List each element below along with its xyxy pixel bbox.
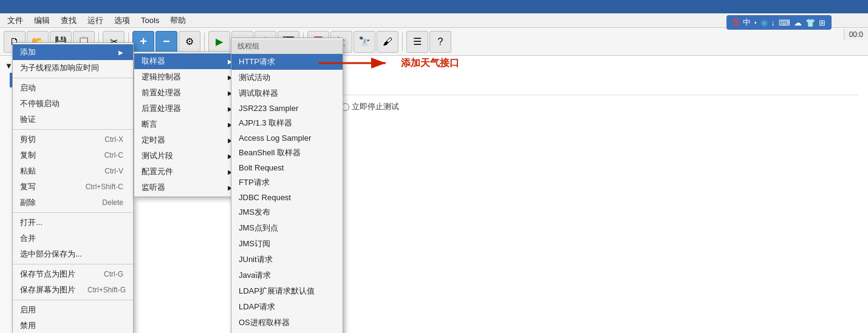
- ctx-duplicate-item[interactable]: 复写Ctrl+Shift-C: [13, 179, 133, 195]
- ctx-paste-item[interactable]: 粘贴Ctrl-V: [13, 163, 133, 179]
- ctx-logic-item[interactable]: 逻辑控制器▶: [134, 69, 242, 85]
- ctx-save-selected-item[interactable]: 选中部分保存为...: [13, 246, 133, 262]
- timer-display: 00:0: [844, 29, 868, 40]
- ctx-smtp-item[interactable]: SMTP取样器: [231, 331, 343, 333]
- ctx-merge-item[interactable]: 合并: [13, 230, 133, 246]
- ctx-open-item[interactable]: 打开...: [13, 215, 133, 230]
- ctx-copy-item[interactable]: 复制Ctrl-C: [13, 147, 133, 163]
- ctx-sep-2: [13, 129, 133, 130]
- titlebar: [0, 0, 868, 13]
- ctx-sep-3: [13, 212, 133, 213]
- ctx-jmspub-item[interactable]: JMS发布: [231, 204, 343, 220]
- ctx-sep-1: [13, 78, 133, 78]
- ctx-assertion-item[interactable]: 断言▶: [134, 116, 242, 132]
- brand-keyboard-icon[interactable]: ⌨: [779, 18, 790, 27]
- ctx-postproc-item[interactable]: 后置处理器▶: [134, 101, 242, 116]
- ctx-timer-item[interactable]: 定时器▶: [134, 132, 242, 148]
- brand-zhong-label: 中: [743, 17, 751, 28]
- brand-circle-icon[interactable]: ◉: [760, 18, 768, 27]
- brand-dot-icon[interactable]: •: [754, 19, 757, 26]
- ctx-listener-item[interactable]: 监听器▶: [134, 180, 242, 195]
- ctx-cut-item[interactable]: 剪切Ctrl-X: [13, 132, 133, 147]
- tb-play-button[interactable]: ▶: [208, 31, 230, 53]
- ctx-ldap-ext-item[interactable]: LDAP扩展请求默认值: [231, 283, 343, 299]
- ctx-delete-item[interactable]: 副除Delete: [13, 195, 133, 210]
- radio-stop-immediate[interactable]: 立即停止测试: [341, 101, 399, 112]
- ctx-os-item[interactable]: OS进程取样器: [231, 315, 343, 331]
- context-menu-sampler: 线程组 HTTP请求 测试活动 调试取样器 JSR223 Sampler AJP…: [231, 38, 343, 333]
- ctx-ftp-item[interactable]: FTP请求: [231, 175, 343, 190]
- tb-remove-button[interactable]: −: [155, 31, 177, 53]
- brand-cloud-icon[interactable]: ☁: [794, 18, 802, 27]
- menu-options[interactable]: 选项: [109, 14, 135, 27]
- ctx-add-response-item[interactable]: 为子线程添加响应时间: [13, 60, 133, 76]
- annotation-text: 添加天气接口: [401, 57, 459, 70]
- ctx-beanshell-item[interactable]: BeanShell 取样器: [231, 145, 343, 161]
- ctx-sep-5: [13, 300, 133, 300]
- ctx-jmssub-item[interactable]: JMS订阅: [231, 236, 343, 252]
- ctx-debug-sampler-item[interactable]: 调试取样器: [231, 86, 343, 101]
- toolbar-separator-3: [204, 33, 205, 51]
- ctx-start-item[interactable]: 启动: [13, 80, 133, 96]
- context-menu-add: 取样器▶ 逻辑控制器▶ 前置处理器▶ 后置处理器▶ 断言▶ 定时器▶ 测试片段▶…: [134, 52, 243, 197]
- toolbar-separator-5: [402, 33, 403, 51]
- ctx-jsr223-item[interactable]: JSR223 Sampler: [231, 101, 343, 115]
- ctx-test-activity-item[interactable]: 测试活动: [231, 70, 343, 86]
- ctx-sep-4: [13, 264, 133, 264]
- ctx-testfrag-item[interactable]: 测试片段▶: [134, 148, 242, 164]
- ctx-jdbc-item[interactable]: JDBC Request: [231, 190, 343, 204]
- menu-run[interactable]: 运行: [83, 14, 108, 27]
- ctx-disable-item[interactable]: 禁用: [13, 318, 133, 333]
- red-arrow-icon: [316, 56, 395, 70]
- tb-help-button[interactable]: ?: [429, 31, 451, 53]
- ctx-config-item[interactable]: 配置元件▶: [134, 164, 242, 180]
- ctx-enable-item[interactable]: 启用: [13, 302, 133, 318]
- menu-tools[interactable]: Tools: [136, 15, 164, 26]
- annotation-area: 添加天气接口: [316, 56, 459, 70]
- ctx-validate-item[interactable]: 验证: [13, 112, 133, 127]
- brand-grid-icon[interactable]: ⊞: [819, 18, 825, 27]
- tb-binoculars-button[interactable]: 🔭: [354, 31, 375, 53]
- ctx-junit-item[interactable]: JUnit请求: [231, 252, 343, 267]
- ctx-start-nopause-item[interactable]: 不停顿启动: [13, 96, 133, 112]
- tb-add-button[interactable]: +: [132, 31, 154, 53]
- tree-expand-icon: ▼: [5, 61, 13, 70]
- tb-settings-button[interactable]: ⚙: [179, 31, 200, 53]
- ctx-sampler-item[interactable]: 取样器▶: [134, 53, 242, 69]
- menu-find[interactable]: 查找: [56, 14, 81, 27]
- brand-shirt-icon[interactable]: 👕: [805, 18, 815, 27]
- ctx-save-node-item[interactable]: 保存节点为图片Ctrl-G: [13, 266, 133, 282]
- tb-brush-button[interactable]: 🖌: [377, 31, 398, 53]
- tb-list-button[interactable]: ☰: [406, 31, 428, 53]
- menu-file[interactable]: 文件: [2, 14, 28, 27]
- menu-edit[interactable]: 编辑: [29, 14, 55, 27]
- brand-down-icon[interactable]: ↓: [771, 18, 776, 27]
- sampler-header: 线程组: [231, 39, 343, 54]
- ctx-java-item[interactable]: Java请求: [231, 267, 343, 283]
- ctx-ajp-item[interactable]: AJP/1.3 取样器: [231, 115, 343, 131]
- menu-help[interactable]: 帮助: [165, 14, 191, 27]
- ctx-accesslog-item[interactable]: Access Log Sampler: [231, 131, 343, 145]
- ctx-bolt-item[interactable]: Bolt Request: [231, 161, 343, 175]
- context-menu-main: 添加▶ 为子线程添加响应时间 启动 不停顿启动 验证 剪切Ctrl-X 复制Ct…: [12, 42, 134, 333]
- ctx-add-item[interactable]: 添加▶: [13, 44, 133, 60]
- ctx-jmsp2p-item[interactable]: JMS点到点: [231, 220, 343, 236]
- brand-toolbar: S 中 • ◉ ↓ ⌨ ☁ 👕 ⊞: [726, 15, 832, 30]
- brand-s-label: S: [733, 17, 739, 28]
- ctx-ldap-item[interactable]: LDAP请求: [231, 299, 343, 315]
- ctx-save-screen-item[interactable]: 保存屏幕为图片Ctrl+Shift-G: [13, 282, 133, 298]
- ctx-preproc-item[interactable]: 前置处理器▶: [134, 85, 242, 101]
